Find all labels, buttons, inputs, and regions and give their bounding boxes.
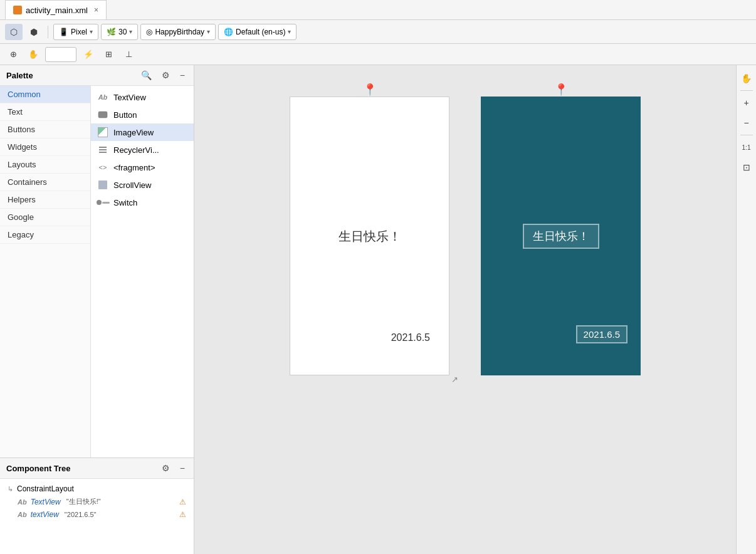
canvas-area[interactable]: 📍 生日快乐！ 2021.6.5 ↗ 📍 生日快乐！ 2021.6.5 xyxy=(194,65,736,554)
phone-dark-birthday: 生日快乐！ xyxy=(523,224,599,249)
phone-light: 生日快乐！ 2021.6.5 xyxy=(290,97,449,375)
tree-textview2-class: textView xyxy=(31,510,59,519)
widget-list: Ab TextView Button ImageView xyxy=(91,86,194,457)
api-icon: 🌿 xyxy=(107,28,116,36)
tab-bar: activity_main.xml × xyxy=(0,0,756,20)
component-tree-title: Component Tree xyxy=(6,464,154,473)
left-panel: Palette 🔍 ⚙ − Common Text Buttons Widget… xyxy=(0,65,194,554)
tree-ab-icon-1: Ab xyxy=(18,498,27,506)
widget-scrollview[interactable]: ScrollView xyxy=(91,176,194,194)
widget-switch[interactable]: Switch xyxy=(91,194,194,211)
widget-textview[interactable]: Ab TextView xyxy=(91,88,194,106)
design-toolbar: ⊕ ✋ 0dp ⚡ ⊞ ⊥ xyxy=(0,44,756,65)
tree-textview2-value: "2021.6.5" xyxy=(63,511,97,518)
component-tree-header: Component Tree ⚙ − xyxy=(0,457,194,479)
locale-dropdown[interactable]: 🌐 Default (en-us) ▾ xyxy=(218,24,297,40)
category-layouts[interactable]: Layouts xyxy=(0,156,90,174)
tree-textview1-value: "生日快乐!" xyxy=(65,497,101,506)
recyclerview-label: RecyclerVi... xyxy=(113,145,159,155)
tree-settings-btn[interactable]: ⚙ xyxy=(159,462,172,474)
device-label: Pixel xyxy=(71,28,87,36)
resize-handle[interactable]: ↗ xyxy=(451,375,458,384)
select-btn[interactable]: ⊕ xyxy=(5,46,21,63)
category-helpers[interactable]: Helpers xyxy=(0,191,90,209)
theme-dropdown[interactable]: ◎ HappyBirthday ▾ xyxy=(140,24,216,40)
fragment-label: <fragment> xyxy=(113,163,155,172)
tree-textview2[interactable]: Ab textView "2021.6.5" ⚠ xyxy=(5,508,189,521)
dp-input[interactable]: 0dp xyxy=(45,47,76,62)
tree-ab-icon-2: Ab xyxy=(18,511,27,518)
zoom-in-btn[interactable]: + xyxy=(738,95,755,111)
widget-imageview[interactable]: ImageView xyxy=(91,123,194,141)
imageview-icon xyxy=(97,127,108,138)
recyclerview-icon xyxy=(97,144,108,155)
blueprint-view-btn[interactable]: ⬢ xyxy=(25,24,43,40)
textview-label: TextView xyxy=(113,93,146,102)
toolbar-sep-1 xyxy=(48,26,48,38)
api-dropdown[interactable]: 🌿 30 ▾ xyxy=(101,24,138,40)
palette-title: Palette xyxy=(6,71,134,80)
infer-constraints-btn[interactable]: ⊞ xyxy=(100,46,117,63)
hand-tool-btn[interactable]: ✋ xyxy=(738,70,755,86)
phone-icon: 📱 xyxy=(59,28,68,36)
phone-dark-date: 2021.6.5 xyxy=(576,325,627,343)
category-common[interactable]: Common xyxy=(0,86,90,103)
main-toolbar: ⬡ ⬢ 📱 Pixel ▾ 🌿 30 ▾ ◎ HappyBirthday ▾ 🌐… xyxy=(0,20,756,44)
palette-settings-btn[interactable]: ⚙ xyxy=(159,69,172,81)
category-widgets[interactable]: Widgets xyxy=(0,138,90,156)
tree-minimize-btn[interactable]: − xyxy=(177,462,187,474)
pan-btn[interactable]: ✋ xyxy=(25,46,41,63)
imageview-label: ImageView xyxy=(113,128,154,137)
chevron-down-icon: ▾ xyxy=(90,28,93,35)
fragment-icon: <> xyxy=(97,162,108,173)
category-containers[interactable]: Containers xyxy=(0,174,90,191)
locale-label: Default (en-us) xyxy=(236,28,285,36)
zoom-reset-btn[interactable]: 1:1 xyxy=(738,139,755,155)
light-phone-wrapper: 📍 生日快乐！ 2021.6.5 ↗ xyxy=(290,97,449,375)
api-label: 30 xyxy=(118,28,127,36)
chevron-down-icon-2: ▾ xyxy=(129,28,132,35)
device-dropdown[interactable]: 📱 Pixel ▾ xyxy=(53,24,98,40)
activity-main-tab[interactable]: activity_main.xml × xyxy=(5,0,107,19)
tree-warning-icon-1: ⚠ xyxy=(179,498,186,506)
design-view-btn[interactable]: ⬡ xyxy=(5,24,23,40)
tab-close-btn[interactable]: × xyxy=(94,6,98,14)
chevron-down-icon-4: ▾ xyxy=(288,28,291,35)
button-icon xyxy=(97,109,108,120)
fit-screen-btn[interactable]: ⊡ xyxy=(738,159,755,175)
phone-light-birthday: 生日快乐！ xyxy=(339,227,401,244)
category-buttons[interactable]: Buttons xyxy=(0,121,90,138)
baseline-btn[interactable]: ⊥ xyxy=(120,46,137,63)
right-sep-2 xyxy=(740,135,753,135)
theme-label: HappyBirthday xyxy=(155,28,204,36)
tree-constraint-layout[interactable]: ↳ ConstraintLayout xyxy=(5,483,189,495)
category-text[interactable]: Text xyxy=(0,103,90,121)
pin-icon-dark: 📍 xyxy=(554,83,568,97)
category-list: Common Text Buttons Widgets Layouts Cont… xyxy=(0,86,91,457)
svg-rect-0 xyxy=(98,112,107,118)
switch-icon xyxy=(97,197,108,208)
category-legacy[interactable]: Legacy xyxy=(0,226,90,244)
pin-icon-light: 📍 xyxy=(363,83,377,97)
scrollview-icon xyxy=(97,179,108,191)
tree-textview1[interactable]: Ab TextView "生日快乐!" ⚠ xyxy=(5,495,189,508)
widget-fragment[interactable]: <> <fragment> xyxy=(91,159,194,176)
tab-label: activity_main.xml xyxy=(26,6,88,15)
category-google[interactable]: Google xyxy=(0,209,90,226)
theme-icon: ◎ xyxy=(146,28,152,36)
switch-label: Switch xyxy=(113,198,137,207)
palette-minimize-btn[interactable]: − xyxy=(177,69,187,81)
palette-header: Palette 🔍 ⚙ − xyxy=(0,65,194,86)
auto-connect-btn[interactable]: ⚡ xyxy=(80,46,97,63)
widget-button[interactable]: Button xyxy=(91,106,194,123)
palette-search-btn[interactable]: 🔍 xyxy=(139,69,154,81)
palette-body: Common Text Buttons Widgets Layouts Cont… xyxy=(0,86,194,457)
widget-recyclerview[interactable]: RecyclerVi... xyxy=(91,141,194,159)
tree-warning-icon-2: ⚠ xyxy=(179,510,186,519)
phone-light-date: 2021.6.5 xyxy=(391,332,430,343)
tree-constraint-label: ConstraintLayout xyxy=(17,484,74,493)
xml-file-icon xyxy=(13,6,22,14)
button-label: Button xyxy=(113,110,137,120)
zoom-out-btn[interactable]: − xyxy=(738,115,755,131)
tree-arrow-icon: ↳ xyxy=(8,485,13,493)
